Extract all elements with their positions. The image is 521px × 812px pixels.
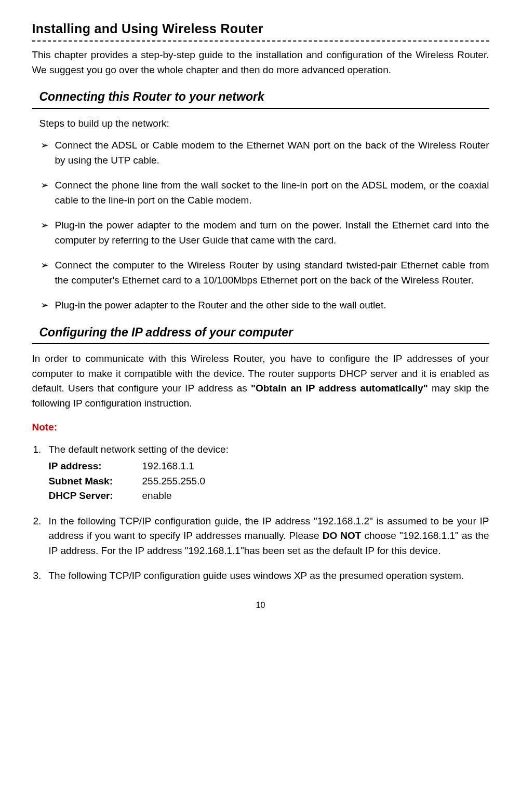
list-item: Connect the computer to the Wireless Rou… [39,258,489,288]
setting-row-dhcp: DHCP Server: enable [49,489,489,504]
section-heading-connecting: Connecting this Router to your network [32,88,489,109]
ip-address-label: IP address: [49,459,142,474]
steps-lead: Steps to build up the network: [39,116,489,131]
section-heading-configuring: Configuring the IP address of your compu… [32,323,489,345]
list-item: The following TCP/IP configuration guide… [32,569,489,584]
list-item: Plug-in the power adapter to the modem a… [39,218,489,248]
list-item: The default network setting of the devic… [32,442,489,504]
steps-list: Connect the ADSL or Cable modem to the E… [39,138,489,313]
list-item: Connect the ADSL or Cable modem to the E… [39,138,489,168]
page-number: 10 [32,599,489,612]
item1-lead: The default network setting of the devic… [49,444,229,455]
note-label: Note: [32,420,489,435]
dhcp-server-value: enable [142,489,172,504]
list-item: In the following TCP/IP configuration gu… [32,514,489,559]
do-not-bold: DO NOT [323,530,362,541]
dhcp-server-label: DHCP Server: [49,489,142,504]
subnet-mask-label: Subnet Mask: [49,474,142,489]
ip-config-paragraph: In order to communicate with this Wirele… [32,351,489,411]
subnet-mask-value: 255.255.255.0 [142,474,206,489]
intro-paragraph: This chapter provides a step-by-step gui… [32,48,489,77]
numbered-list: The default network setting of the devic… [32,442,489,584]
ip-address-value: 192.168.1.1 [142,459,194,474]
default-settings: IP address: 192.168.1.1 Subnet Mask: 255… [49,459,489,504]
list-item: Plug-in the power adapter to the Router … [39,298,489,313]
setting-row-ip: IP address: 192.168.1.1 [49,459,489,474]
list-item: Connect the phone line from the wall soc… [39,178,489,208]
page-title: Installing and Using Wireless Router [32,19,489,42]
para-bold: "Obtain an IP address automatically" [251,383,428,394]
setting-row-mask: Subnet Mask: 255.255.255.0 [49,474,489,489]
